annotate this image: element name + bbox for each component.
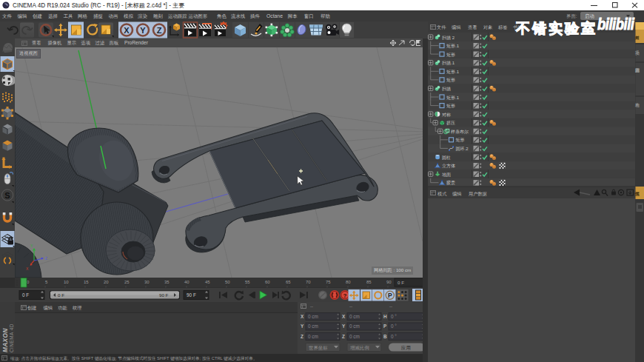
svg-text:查看: 查看 [468, 24, 477, 30]
svg-text:CINEMA 4D: CINEMA 4D [9, 324, 14, 352]
svg-text:--: -- [310, 304, 313, 309]
svg-text:0 °: 0 ° [391, 324, 397, 329]
svg-text:编辑: 编辑 [452, 191, 462, 196]
svg-text:圆柱: 圆柱 [442, 155, 451, 161]
svg-text:0 F: 0 F [22, 292, 29, 298]
svg-text:文件: 文件 [437, 24, 446, 30]
svg-text:0 cm: 0 cm [349, 334, 360, 339]
svg-text:挤压: 挤压 [446, 120, 455, 126]
svg-text:扫描.1: 扫描.1 [441, 61, 455, 66]
svg-text:30: 30 [144, 280, 150, 284]
svg-text:55: 55 [245, 280, 250, 284]
svg-text:45: 45 [205, 280, 210, 284]
svg-text:Z: Z [301, 334, 303, 339]
svg-text:60: 60 [265, 280, 270, 284]
svg-text:样条布尔: 样条布尔 [451, 130, 469, 134]
svg-text:15: 15 [84, 280, 89, 284]
svg-text:B: B [383, 334, 387, 339]
svg-text:--: -- [349, 304, 352, 309]
svg-text:胶囊: 胶囊 [446, 180, 455, 186]
svg-text:75: 75 [326, 280, 331, 284]
svg-text:Y: Y [301, 324, 304, 329]
svg-text:90 F: 90 F [187, 292, 196, 298]
svg-text:Z: Z [342, 334, 345, 339]
svg-text:Z: Z [45, 256, 47, 261]
svg-text:模式: 模式 [437, 191, 446, 196]
svg-text:80: 80 [346, 280, 351, 284]
svg-text:MAXON: MAXON [1, 328, 9, 352]
svg-text:矩形: 矩形 [456, 138, 465, 142]
svg-text:Y: Y [140, 26, 146, 35]
svg-text:H: H [383, 314, 387, 319]
svg-text:70: 70 [306, 280, 311, 284]
svg-text:P: P [383, 324, 387, 329]
svg-text:X: X [342, 314, 346, 319]
svg-text:矩形: 矩形 [446, 78, 455, 82]
svg-text:25: 25 [124, 280, 130, 284]
svg-text:应用: 应用 [400, 345, 411, 351]
svg-text:用户数据: 用户数据 [469, 191, 487, 197]
svg-text:P: P [388, 292, 392, 299]
svg-text:X: X [124, 26, 130, 35]
svg-text:矩形: 矩形 [446, 104, 455, 108]
svg-text:对称: 对称 [442, 113, 451, 117]
svg-text:启动: 启动 [585, 13, 594, 19]
svg-text:Z: Z [157, 26, 162, 35]
svg-text:矩形.1: 矩形.1 [446, 70, 460, 74]
svg-text:Y: Y [30, 244, 33, 248]
svg-text:35: 35 [164, 280, 170, 284]
svg-text:0 cm: 0 cm [349, 314, 360, 319]
svg-text:85: 85 [366, 280, 372, 284]
svg-text:编辑: 编辑 [452, 24, 461, 30]
svg-text:扫描 2: 扫描 2 [441, 36, 455, 41]
svg-text:标签: 标签 [497, 24, 507, 30]
svg-text:90 F: 90 F [159, 292, 169, 298]
svg-text:0 cm: 0 cm [308, 314, 318, 319]
svg-text:0 F: 0 F [398, 280, 404, 285]
svg-text:90: 90 [386, 280, 392, 284]
svg-text:10: 10 [64, 280, 69, 284]
svg-text:0 F: 0 F [58, 292, 64, 298]
svg-text:世界坐标: 世界坐标 [309, 345, 328, 351]
svg-text:Y: Y [342, 324, 346, 329]
svg-text:?: ? [343, 292, 347, 299]
svg-text:0 °: 0 ° [391, 334, 397, 339]
svg-text:X: X [301, 314, 304, 319]
svg-text:S: S [4, 191, 10, 200]
svg-text:地面: 地面 [442, 172, 451, 178]
svg-text:65: 65 [286, 280, 291, 284]
svg-text:矩形.1: 矩形.1 [446, 44, 460, 48]
svg-text:0 cm: 0 cm [349, 324, 360, 329]
svg-text:0 °: 0 ° [391, 314, 397, 319]
svg-text:--: -- [389, 304, 392, 309]
svg-text:扫描: 扫描 [441, 87, 451, 92]
svg-text:20: 20 [104, 280, 109, 284]
svg-text:圆环.2: 圆环.2 [456, 147, 469, 152]
svg-text:矩形.1: 矩形.1 [446, 95, 460, 100]
svg-text:立方体: 立方体 [442, 163, 455, 169]
svg-text:0 cm: 0 cm [308, 324, 318, 329]
svg-text:0 cm: 0 cm [308, 334, 318, 339]
svg-text:增减比例: 增减比例 [349, 345, 369, 351]
svg-text:40: 40 [184, 280, 189, 284]
svg-text:矩形: 矩形 [446, 53, 455, 57]
svg-text:对象: 对象 [483, 24, 492, 30]
svg-text:50: 50 [225, 280, 230, 284]
